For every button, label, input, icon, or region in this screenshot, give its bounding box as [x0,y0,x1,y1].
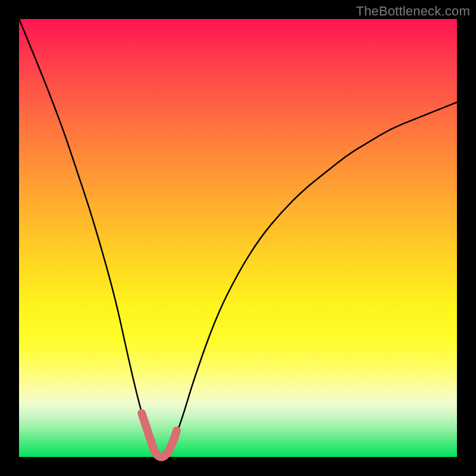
bottleneck-curve-line [19,19,457,457]
chart-frame: TheBottleneck.com [0,0,476,476]
chart-svg [19,19,457,457]
plot-area [19,19,457,457]
watermark-text: TheBottleneck.com [356,4,470,19]
minimum-band-line [142,413,177,457]
